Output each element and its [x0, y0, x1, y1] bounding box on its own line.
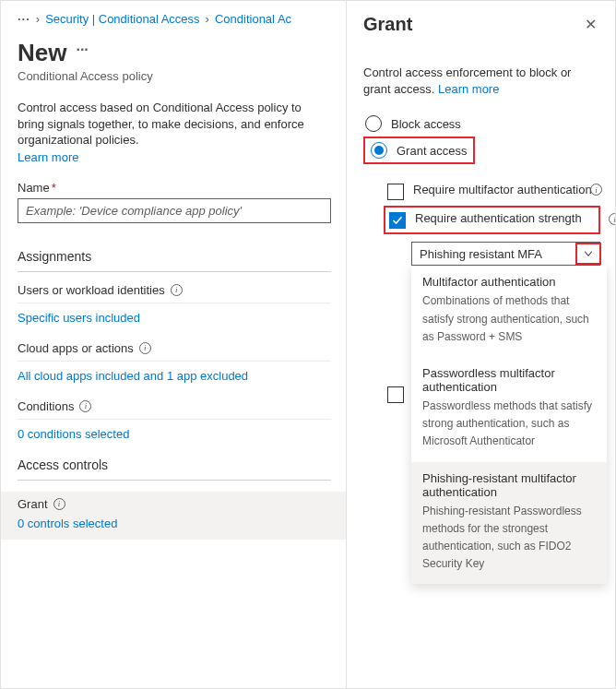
radio-grant-access[interactable]: Grant access — [369, 140, 469, 160]
dropdown-value: Phishing resistant MFA — [412, 247, 575, 261]
page-subtitle: Conditional Access policy — [18, 69, 331, 83]
more-actions-icon[interactable]: ··· — [76, 42, 88, 58]
conditions-label: Conditions — [18, 399, 74, 413]
checkbox-icon — [387, 386, 404, 403]
info-icon[interactable]: i — [171, 284, 183, 296]
breadcrumb-security[interactable]: Security | Conditional Access — [45, 12, 199, 26]
checkbox-icon — [389, 212, 406, 229]
require-mfa-label: Require multifactor authentication — [413, 183, 600, 198]
grant-access-label: Grant access — [397, 144, 468, 158]
checkbox-require-mfa[interactable]: Require multifactor authentication i — [387, 179, 600, 204]
users-link[interactable]: Specific users included — [18, 311, 331, 325]
panel-description: Control access enforcement to block or g… — [363, 65, 600, 98]
access-controls-heading: Access controls — [18, 457, 331, 481]
info-icon[interactable]: i — [590, 184, 602, 196]
page-title: New — [18, 39, 66, 67]
checkbox-icon — [387, 184, 404, 200]
apps-link[interactable]: All cloud apps included and 1 app exclud… — [18, 369, 331, 383]
panel-learn-more[interactable]: Learn more — [438, 82, 499, 96]
assignments-heading: Assignments — [18, 249, 331, 272]
panel-title: Grant — [363, 14, 412, 35]
main-panel: ··· › Security | Conditional Access › Co… — [1, 1, 348, 688]
checkbox-require-auth-strength[interactable]: Require authentication strength i — [384, 206, 600, 234]
require-auth-strength-label: Require authentication strength — [415, 211, 593, 227]
apps-label: Cloud apps or actions — [18, 341, 134, 355]
radio-icon — [371, 142, 387, 159]
dropdown-item-passwordless[interactable]: Passwordless multifactor authentication … — [411, 357, 607, 462]
conditions-link[interactable]: 0 conditions selected — [18, 427, 331, 441]
dropdown-item-mfa[interactable]: Multifactor authentication Combinations … — [411, 266, 607, 357]
apps-row[interactable]: Cloud apps or actions i — [18, 341, 331, 362]
grant-label: Grant — [18, 497, 48, 511]
info-icon[interactable]: i — [609, 213, 616, 225]
chevron-right-icon: › — [36, 12, 40, 26]
dropdown-item-phishing-resistant[interactable]: Phishing-resistant multifactor authentic… — [411, 462, 607, 585]
breadcrumb-overflow[interactable]: ··· — [18, 12, 30, 26]
conditions-row[interactable]: Conditions i — [18, 399, 331, 420]
breadcrumb: ··· › Security | Conditional Access › Co… — [18, 12, 331, 26]
page-description: Control access based on Conditional Acce… — [18, 100, 331, 148]
info-icon[interactable]: i — [79, 400, 91, 412]
grant-row-selected[interactable]: Grant i 0 controls selected — [1, 492, 348, 540]
breadcrumb-conditional-access[interactable]: Conditional Ac — [215, 12, 291, 26]
users-row[interactable]: Users or workload identities i — [18, 283, 331, 303]
chevron-right-icon: › — [206, 12, 209, 26]
block-access-label: Block access — [391, 117, 461, 131]
policy-name-input[interactable] — [18, 198, 331, 223]
learn-more-link[interactable]: Learn more — [18, 150, 78, 164]
chevron-down-icon[interactable] — [575, 243, 601, 265]
name-label: Name* — [18, 181, 331, 195]
radio-block-access[interactable]: Block access — [363, 111, 600, 137]
close-icon[interactable]: ✕ — [581, 12, 600, 37]
grant-panel: Grant ✕ Control access enforcement to bl… — [346, 1, 615, 688]
info-icon[interactable]: i — [139, 342, 151, 354]
radio-icon — [365, 115, 382, 132]
auth-strength-dropdown[interactable]: Phishing resistant MFA — [411, 242, 600, 266]
info-icon[interactable]: i — [53, 498, 65, 510]
users-label: Users or workload identities — [18, 283, 165, 297]
grant-link[interactable]: 0 controls selected — [18, 517, 331, 530]
auth-strength-dropdown-menu: Multifactor authentication Combinations … — [411, 266, 607, 584]
